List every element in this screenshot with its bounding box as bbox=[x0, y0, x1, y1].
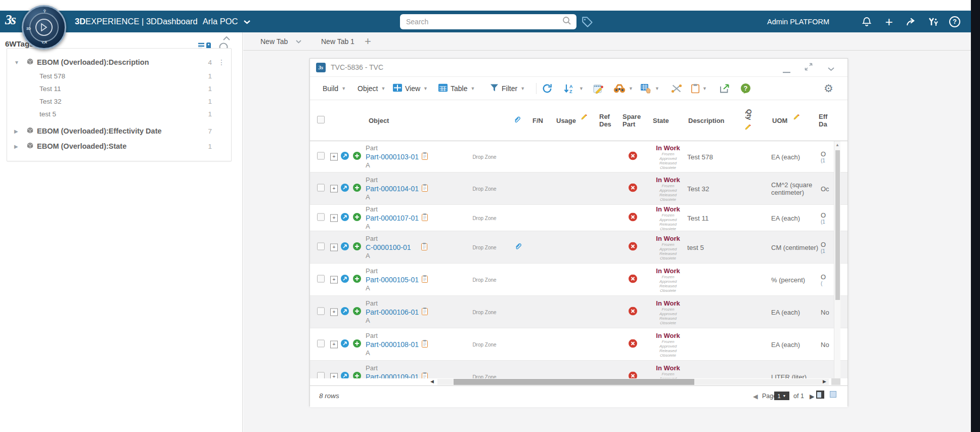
horizontal-scrollbar-track[interactable] bbox=[437, 379, 829, 385]
add-row-icon[interactable] bbox=[353, 152, 361, 162]
drop-zone[interactable]: Drop Zone bbox=[447, 154, 522, 159]
row-checkbox[interactable] bbox=[317, 213, 325, 223]
clipboard-icon[interactable] bbox=[421, 243, 427, 252]
community-swym-icon[interactable] bbox=[926, 11, 940, 32]
lifecycle-icon[interactable] bbox=[341, 184, 349, 194]
scroll-left-icon[interactable]: ◀ bbox=[430, 379, 434, 384]
add-content-icon[interactable]: + bbox=[882, 11, 896, 32]
page-next-icon[interactable]: ▶ bbox=[810, 393, 815, 400]
list-item[interactable]: Test 578 1 bbox=[39, 70, 225, 82]
user-name[interactable]: Admin PLATFORM bbox=[767, 11, 829, 32]
add-row-icon[interactable] bbox=[353, 275, 361, 285]
build-menu[interactable]: Build▼ bbox=[323, 84, 346, 93]
row-checkbox[interactable] bbox=[317, 307, 325, 317]
add-row-icon[interactable] bbox=[353, 339, 361, 350]
kebab-menu-icon[interactable]: ⋮ bbox=[212, 58, 225, 66]
drop-zone[interactable]: Drop Zone bbox=[447, 309, 522, 315]
row-checkbox[interactable] bbox=[317, 152, 325, 161]
vertical-scrollbar-thumb[interactable] bbox=[835, 150, 840, 300]
notification-bell-icon[interactable] bbox=[860, 11, 874, 32]
list-item[interactable]: Test 32 1 bbox=[39, 95, 225, 108]
clipboard-icon[interactable] bbox=[422, 184, 428, 193]
part-link[interactable]: C-0000100-01 bbox=[366, 243, 411, 251]
add-row-icon[interactable] bbox=[353, 213, 361, 223]
search-input[interactable] bbox=[405, 17, 562, 26]
expand-icon[interactable]: + bbox=[330, 214, 338, 222]
object-menu[interactable]: Object▼ bbox=[358, 84, 385, 93]
table-row[interactable]: + Part Part-0000105-01 A Drop Zone In Wo… bbox=[310, 264, 848, 296]
lifecycle-icon[interactable] bbox=[341, 372, 349, 379]
add-row-icon[interactable] bbox=[353, 242, 361, 252]
part-link[interactable]: Part-0000108-01 bbox=[366, 340, 419, 349]
expand-icon[interactable]: + bbox=[330, 276, 338, 283]
clipboard-icon[interactable] bbox=[422, 308, 428, 317]
find-binoculars-icon[interactable]: ▼ bbox=[613, 83, 633, 93]
drop-zone[interactable]: Drop Zone bbox=[447, 244, 522, 250]
lifecycle-icon[interactable] bbox=[341, 307, 349, 317]
clipboard-icon[interactable] bbox=[422, 152, 428, 161]
share-icon[interactable] bbox=[904, 11, 918, 32]
row-checkbox[interactable] bbox=[317, 242, 325, 252]
col-state[interactable]: State bbox=[653, 117, 669, 124]
part-link[interactable]: Part-0000109-01 bbox=[366, 373, 419, 379]
export-icon[interactable] bbox=[720, 84, 730, 93]
page-select[interactable]: 1▼ bbox=[774, 392, 789, 400]
tag-group-description[interactable]: ▼ EBOM (Overloaded):Description 4 ⋮ bbox=[14, 55, 225, 70]
part-link[interactable]: Part-0000104-01 bbox=[366, 185, 419, 193]
lifecycle-icon[interactable] bbox=[341, 275, 349, 285]
sort-icon[interactable]: AZ ▼ bbox=[563, 83, 584, 94]
col-object[interactable]: Object bbox=[369, 117, 389, 124]
part-link[interactable]: Part-0000103-01 bbox=[366, 153, 419, 161]
triangle-down-icon[interactable]: ▼ bbox=[14, 60, 26, 65]
widget-chevron-down-icon[interactable] bbox=[828, 64, 834, 73]
filter-menu[interactable]: Filter▼ bbox=[490, 83, 525, 93]
clipboard-icon[interactable] bbox=[422, 372, 428, 379]
drop-zone[interactable]: Drop Zone bbox=[447, 341, 522, 347]
table-row[interactable]: + Part C-0000100-01 A Drop Zone In Work … bbox=[310, 231, 848, 264]
col-usage[interactable]: Usage bbox=[556, 117, 576, 124]
scroll-up-icon[interactable]: ▲ bbox=[835, 143, 839, 147]
lifecycle-icon[interactable] bbox=[341, 242, 349, 252]
expand-icon[interactable]: + bbox=[330, 243, 338, 251]
mass-edit-icon[interactable] bbox=[593, 83, 604, 94]
col-fn[interactable]: F/N bbox=[532, 117, 543, 124]
table-row[interactable]: + Part Part-0000107-01 A Drop Zone In Wo… bbox=[310, 205, 848, 231]
horizontal-scrollbar[interactable]: ◀ ▶ bbox=[310, 378, 848, 385]
page-prev-icon[interactable]: ◀ bbox=[753, 393, 758, 400]
tab-new-tab-1[interactable]: New Tab 1 bbox=[321, 32, 354, 51]
refresh-icon[interactable] bbox=[542, 83, 553, 94]
row-checkbox[interactable] bbox=[317, 372, 325, 378]
settings-gear-icon[interactable]: ⚙ bbox=[824, 82, 833, 95]
clipboard-icon[interactable] bbox=[422, 275, 428, 284]
select-all-checkbox[interactable] bbox=[317, 116, 325, 125]
minimize-icon[interactable] bbox=[783, 66, 790, 75]
3dexperience-compass-logo[interactable]: 3D V,R ⚲ bbox=[22, 5, 66, 50]
expand-icon[interactable]: + bbox=[330, 185, 338, 192]
maximize-icon[interactable] bbox=[805, 63, 813, 73]
drop-zone[interactable]: Drop Zone bbox=[447, 186, 522, 191]
row-checkbox[interactable] bbox=[317, 339, 325, 349]
tag-group-state[interactable]: ▶ EBOM (Overloaded):State 1 bbox=[14, 139, 225, 154]
collapse-up-icon[interactable] bbox=[223, 33, 230, 42]
col-qty[interactable]: Qty bbox=[745, 109, 753, 120]
chevron-down-icon[interactable] bbox=[244, 17, 250, 26]
drop-zone[interactable]: Drop Zone bbox=[447, 215, 522, 221]
col-uom[interactable]: UOM bbox=[772, 117, 787, 124]
table-row[interactable]: + Part Part-0000106-01 A Drop Zone In Wo… bbox=[310, 296, 848, 328]
search-icon[interactable] bbox=[562, 16, 571, 27]
clipboard-icon[interactable] bbox=[422, 340, 428, 349]
part-link[interactable]: Part-0000105-01 bbox=[366, 276, 419, 284]
tab-new-tab[interactable]: New Tab bbox=[260, 32, 288, 51]
table-row[interactable]: + Part Part-0000108-01 A Drop Zone In Wo… bbox=[310, 328, 848, 361]
horizontal-scrollbar-thumb[interactable] bbox=[454, 379, 694, 385]
widget-help-icon[interactable]: ? bbox=[740, 83, 751, 94]
tag-icon[interactable] bbox=[581, 11, 595, 32]
usage-edit-pencil-icon[interactable] bbox=[581, 113, 588, 121]
attachment-paperclip-icon[interactable] bbox=[514, 242, 522, 252]
col-spare-part[interactable]: SparePart bbox=[622, 113, 641, 128]
drop-zone[interactable]: Drop Zone bbox=[447, 277, 522, 282]
tab-chevron-down-icon[interactable] bbox=[296, 32, 301, 51]
list-item[interactable]: test 5 1 bbox=[39, 108, 225, 120]
triangle-right-icon[interactable]: ▶ bbox=[14, 128, 26, 134]
select-in-table-icon[interactable]: ▼ bbox=[641, 83, 659, 94]
